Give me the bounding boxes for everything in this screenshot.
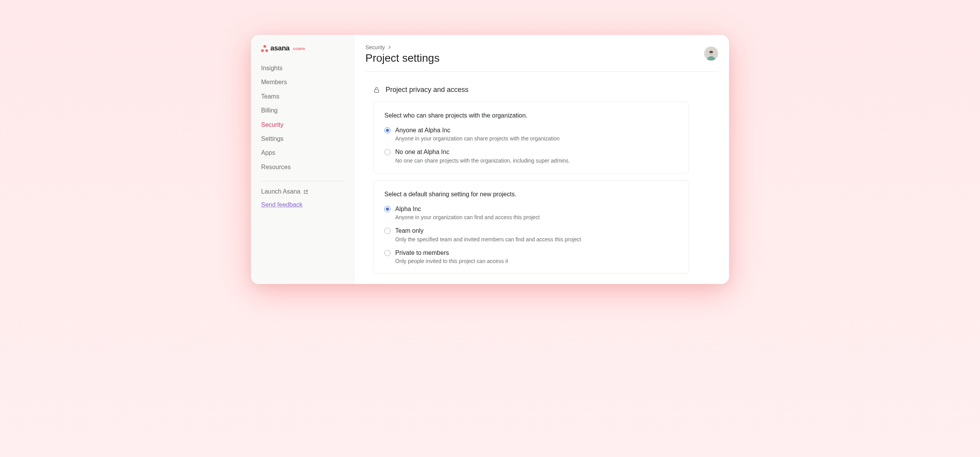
radio-option-private[interactable]: Private to members Only people invited t… — [385, 249, 678, 264]
radio-label: Alpha Inc — [395, 205, 540, 213]
radio-label: Anyone at Alpha Inc — [395, 126, 560, 135]
section-header: Project privacy and access — [373, 86, 718, 94]
radio-input-anyone[interactable] — [385, 127, 391, 133]
radio-input-noone[interactable] — [385, 149, 391, 155]
user-avatar[interactable] — [704, 47, 718, 61]
sidebar-item-settings[interactable]: Settings — [261, 135, 344, 143]
radio-description: No one can share projects with the organ… — [395, 158, 570, 164]
breadcrumb-parent[interactable]: Security — [366, 44, 385, 50]
brand-admin-tag: ADMIN — [293, 47, 305, 51]
sidebar-item-security[interactable]: Security — [261, 121, 344, 129]
sidebar-item-teams[interactable]: Teams — [261, 92, 344, 101]
sidebar-item-resources[interactable]: Resources — [261, 163, 344, 171]
sidebar-item-apps[interactable]: Apps — [261, 149, 344, 157]
radio-option-anyone[interactable]: Anyone at Alpha Inc Anyone in your organ… — [385, 126, 678, 142]
lock-open-icon — [373, 87, 380, 93]
radio-description: Anyone in your organization can find and… — [395, 214, 540, 220]
svg-rect-2 — [374, 90, 379, 92]
launch-asana-label: Launch Asana — [261, 188, 300, 195]
radio-label: No one at Alpha Inc — [395, 148, 570, 156]
sidebar-item-billing[interactable]: Billing — [261, 106, 344, 115]
brand-logo[interactable]: asana ADMIN — [251, 44, 354, 59]
page-title: Project settings — [366, 52, 440, 64]
page-header: Security Project settings — [366, 44, 718, 72]
sidebar-secondary: Launch Asana Send feedback — [251, 188, 354, 208]
admin-console-window: asana ADMIN Insights Members Teams Billi… — [251, 35, 729, 284]
radio-option-team[interactable]: Team only Only the specified team and in… — [385, 227, 678, 242]
sidebar: asana ADMIN Insights Members Teams Billi… — [251, 35, 355, 284]
external-link-icon — [304, 189, 309, 194]
radio-description: Only people invited to this project can … — [395, 258, 508, 264]
radio-option-noone[interactable]: No one at Alpha Inc No one can share pro… — [385, 148, 678, 163]
radio-input-private[interactable] — [385, 250, 391, 256]
sidebar-item-members[interactable]: Members — [261, 78, 344, 87]
settings-content: Project privacy and access Select who ca… — [366, 72, 718, 274]
send-feedback-link[interactable]: Send feedback — [261, 201, 303, 208]
radio-label: Team only — [395, 227, 581, 235]
radio-input-org[interactable] — [385, 206, 391, 212]
default-card-title: Select a default sharing setting for new… — [385, 191, 678, 198]
radio-label: Private to members — [395, 249, 508, 257]
radio-option-org[interactable]: Alpha Inc Anyone in your organization ca… — [385, 205, 678, 220]
breadcrumb: Security — [366, 44, 440, 50]
section-title: Project privacy and access — [386, 86, 469, 94]
chevron-right-icon — [387, 45, 391, 49]
svg-rect-1 — [710, 51, 713, 53]
avatar-icon — [706, 48, 717, 61]
radio-input-team[interactable] — [385, 228, 391, 234]
sharing-permissions-card: Select who can share projects with the o… — [373, 102, 689, 173]
radio-description: Only the specified team and invited memb… — [395, 236, 581, 242]
sidebar-nav: Insights Members Teams Billing Security … — [251, 59, 354, 171]
radio-description: Anyone in your organization can share pr… — [395, 135, 560, 142]
default-sharing-card: Select a default sharing setting for new… — [373, 180, 689, 274]
sharing-card-title: Select who can share projects with the o… — [385, 112, 678, 119]
main-content: Security Project settings Project — [355, 35, 729, 284]
sidebar-divider — [261, 181, 344, 181]
asana-logo-icon — [261, 45, 268, 52]
brand-name: asana — [271, 44, 290, 52]
sidebar-item-insights[interactable]: Insights — [261, 64, 344, 73]
launch-asana-link[interactable]: Launch Asana — [261, 188, 344, 195]
